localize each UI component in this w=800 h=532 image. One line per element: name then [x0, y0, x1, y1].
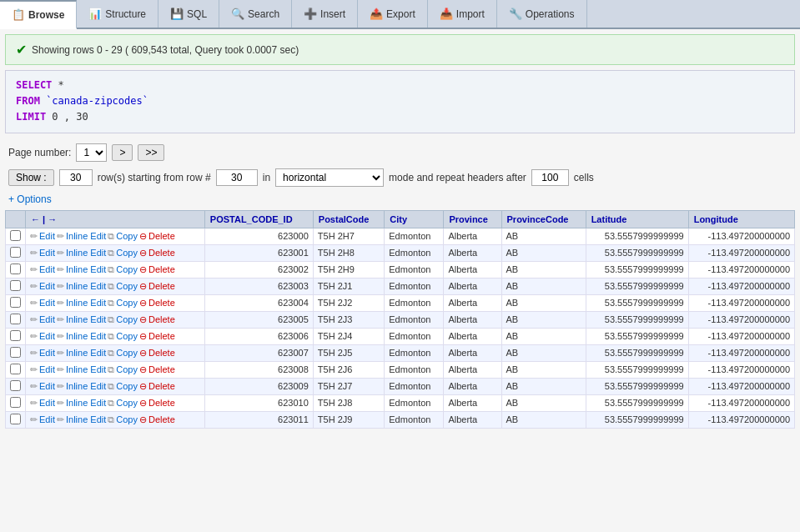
inline-edit-link[interactable]: Inline Edit — [66, 414, 106, 424]
table-row: ✏ Edit ✏ Inline Edit ⧉ Copy ⊖ Delete 623… — [6, 344, 795, 361]
col-header-longitude[interactable]: Longitude — [688, 210, 794, 228]
arrow-right-icon[interactable]: → — [48, 214, 57, 224]
edit-link[interactable]: Edit — [39, 348, 55, 358]
header-repeat-input[interactable] — [531, 169, 569, 186]
delete-link[interactable]: Delete — [148, 331, 175, 341]
inline-edit-link[interactable]: Inline Edit — [66, 314, 106, 324]
structure-tab-icon: 📊 — [88, 8, 102, 20]
show-button[interactable]: Show : — [8, 169, 54, 186]
edit-link[interactable]: Edit — [39, 314, 55, 324]
start-row-input[interactable] — [216, 169, 258, 186]
delete-link[interactable]: Delete — [148, 314, 175, 324]
delete-link[interactable]: Delete — [148, 281, 175, 291]
col-header-province[interactable]: Province — [444, 210, 501, 228]
edit-icon: ✏ — [30, 381, 38, 392]
options-link[interactable]: + Options — [8, 192, 52, 207]
delete-link[interactable]: Delete — [148, 348, 175, 358]
row-checkbox[interactable] — [10, 364, 21, 374]
edit-link[interactable]: Edit — [39, 364, 55, 374]
delete-link[interactable]: Delete — [148, 264, 175, 274]
row-checkbox[interactable] — [10, 347, 21, 358]
table-row: ✏ Edit ✏ Inline Edit ⧉ Copy ⊖ Delete 623… — [6, 378, 795, 394]
inline-edit-link[interactable]: Inline Edit — [66, 364, 106, 374]
tab-structure[interactable]: 📊Structure — [77, 0, 158, 28]
cell-postal-code: T5H 2J3 — [313, 311, 384, 328]
inline-edit-link[interactable]: Inline Edit — [66, 298, 106, 308]
inline-edit-link[interactable]: Inline Edit — [66, 398, 106, 408]
copy-link[interactable]: Copy — [116, 314, 138, 324]
edit-link[interactable]: Edit — [39, 264, 55, 274]
row-checkbox[interactable] — [10, 280, 21, 291]
delete-link[interactable]: Delete — [148, 248, 175, 258]
delete-link[interactable]: Delete — [148, 381, 175, 391]
copy-icon: ⧉ — [108, 264, 114, 275]
copy-link[interactable]: Copy — [116, 414, 138, 424]
copy-link[interactable]: Copy — [116, 231, 138, 241]
inline-edit-link[interactable]: Inline Edit — [66, 348, 106, 358]
edit-link[interactable]: Edit — [39, 381, 55, 391]
edit-link[interactable]: Edit — [39, 414, 55, 424]
next-page-button[interactable]: > — [112, 144, 133, 161]
col-header-latitude[interactable]: Latitude — [586, 210, 688, 228]
edit-link[interactable]: Edit — [39, 231, 55, 241]
page-number-select[interactable]: 1 — [76, 143, 107, 162]
row-checkbox[interactable] — [10, 297, 21, 308]
row-checkbox[interactable] — [10, 380, 21, 391]
copy-icon: ⧉ — [108, 314, 114, 325]
delete-icon: ⊖ — [139, 381, 147, 392]
delete-link[interactable]: Delete — [148, 298, 175, 308]
delete-link[interactable]: Delete — [148, 364, 175, 374]
copy-link[interactable]: Copy — [116, 398, 138, 408]
rows-per-page-input[interactable] — [59, 169, 93, 186]
inline-edit-link[interactable]: Inline Edit — [66, 331, 106, 341]
edit-link[interactable]: Edit — [39, 298, 55, 308]
edit-icon: ✏ — [30, 298, 38, 309]
copy-link[interactable]: Copy — [116, 248, 138, 258]
inline-edit-link[interactable]: Inline Edit — [66, 248, 106, 258]
tab-search[interactable]: 🔍Search — [219, 0, 292, 28]
col-header-city[interactable]: City — [385, 210, 444, 228]
copy-icon: ⧉ — [108, 231, 114, 242]
data-table: ← | → POSTAL_CODE_ID PostalCode City Pro… — [5, 210, 795, 429]
cell-latitude: 53.5557999999999 — [586, 344, 688, 361]
delete-link[interactable]: Delete — [148, 414, 175, 424]
copy-link[interactable]: Copy — [116, 298, 138, 308]
row-checkbox[interactable] — [10, 330, 21, 341]
inline-edit-link[interactable]: Inline Edit — [66, 281, 106, 291]
edit-icon: ✏ — [30, 364, 38, 375]
tab-import[interactable]: 📥Import — [428, 0, 497, 28]
edit-link[interactable]: Edit — [39, 281, 55, 291]
row-checkbox[interactable] — [10, 247, 21, 258]
tab-operations[interactable]: 🔧Operations — [497, 0, 587, 28]
row-actions-cell: ✏ Edit ✏ Inline Edit ⧉ Copy ⊖ Delete — [26, 394, 205, 411]
inline-edit-link[interactable]: Inline Edit — [66, 381, 106, 391]
edit-link[interactable]: Edit — [39, 398, 55, 408]
tab-sql[interactable]: 💾SQL — [158, 0, 219, 28]
inline-edit-link[interactable]: Inline Edit — [66, 231, 106, 241]
copy-link[interactable]: Copy — [116, 364, 138, 374]
row-checkbox[interactable] — [10, 263, 21, 274]
delete-link[interactable]: Delete — [148, 231, 175, 241]
inline-edit-link[interactable]: Inline Edit — [66, 264, 106, 274]
copy-link[interactable]: Copy — [116, 348, 138, 358]
copy-link[interactable]: Copy — [116, 381, 138, 391]
edit-link[interactable]: Edit — [39, 331, 55, 341]
tab-export[interactable]: 📤Export — [358, 0, 428, 28]
display-mode-select[interactable]: horizontal vertical — [275, 168, 384, 187]
tab-browse[interactable]: 📋Browse — [0, 0, 77, 29]
edit-link[interactable]: Edit — [39, 248, 55, 258]
copy-link[interactable]: Copy — [116, 281, 138, 291]
row-checkbox[interactable] — [10, 414, 21, 424]
delete-link[interactable]: Delete — [148, 398, 175, 408]
tab-insert[interactable]: ➕Insert — [292, 0, 358, 28]
last-page-button[interactable]: >> — [138, 144, 164, 161]
col-header-postal-code[interactable]: PostalCode — [313, 210, 384, 228]
arrow-left-icon[interactable]: ← — [31, 214, 40, 224]
copy-link[interactable]: Copy — [116, 331, 138, 341]
col-header-postal-code-id[interactable]: POSTAL_CODE_ID — [204, 210, 313, 228]
col-header-province-code[interactable]: ProvinceCode — [501, 210, 586, 228]
row-checkbox[interactable] — [10, 230, 21, 241]
row-checkbox[interactable] — [10, 397, 21, 408]
row-checkbox[interactable] — [10, 314, 21, 324]
copy-link[interactable]: Copy — [116, 264, 138, 274]
